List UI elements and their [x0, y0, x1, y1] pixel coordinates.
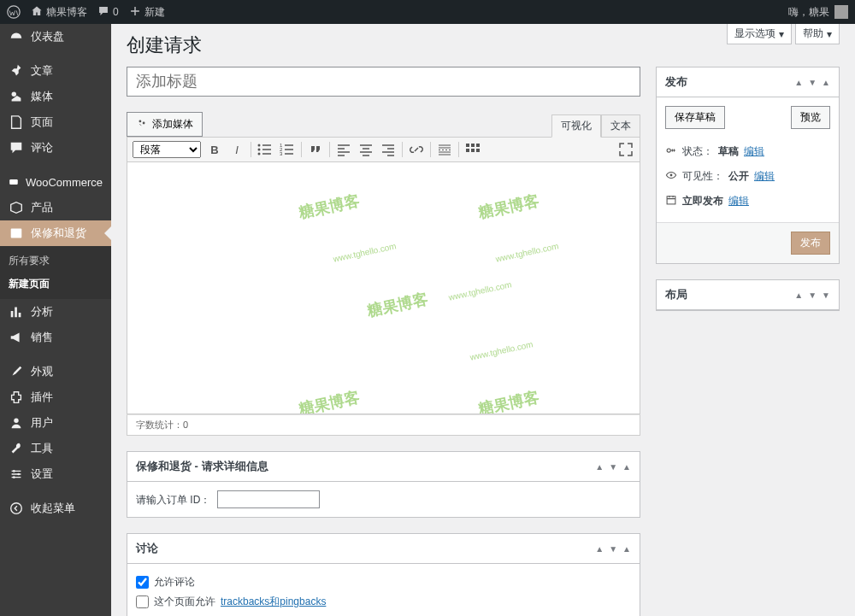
svg-point-10 — [143, 122, 145, 125]
toggle-button[interactable]: ▲ — [622, 462, 631, 472]
toggle-button[interactable]: ▼ — [822, 290, 830, 300]
blockquote-button[interactable] — [307, 141, 324, 158]
sidebar-item-appearance[interactable]: 外观 — [0, 359, 111, 384]
bullet-list-button[interactable] — [256, 141, 274, 158]
edit-status-link[interactable]: 编辑 — [744, 144, 764, 159]
user-icon — [9, 415, 24, 431]
key-icon — [665, 144, 677, 159]
move-down-button[interactable]: ▼ — [609, 544, 617, 554]
add-media-button[interactable]: 添加媒体 — [127, 112, 203, 137]
help-button[interactable]: 帮助 ▾ — [795, 24, 840, 44]
product-icon — [9, 200, 24, 215]
sidebar-item-tools[interactable]: 工具 — [0, 436, 111, 461]
sidebar-item-label: 分析 — [31, 304, 53, 320]
site-home-link[interactable]: 糖果博客 — [31, 5, 87, 20]
move-down-button[interactable]: ▼ — [609, 462, 617, 472]
sidebar-item-warranty[interactable]: 保修和退货 — [0, 220, 111, 246]
bold-button[interactable]: B — [206, 141, 223, 158]
new-link[interactable]: 新建 — [129, 5, 165, 20]
wp-logo[interactable] — [7, 5, 21, 19]
sidebar-item-posts[interactable]: 文章 — [0, 58, 111, 84]
toolbar-toggle-button[interactable] — [464, 141, 481, 158]
svg-rect-18 — [471, 144, 475, 147]
comments-link[interactable]: 0 — [97, 5, 119, 20]
details-postbox: 保修和退货 - 请求详细信息 ▲ ▼ ▲ 请输入订单 ID： — [127, 451, 640, 518]
sidebar-item-products[interactable]: 产品 — [0, 195, 111, 220]
svg-rect-25 — [667, 197, 675, 204]
brush-icon — [9, 364, 24, 379]
svg-rect-2 — [9, 179, 18, 185]
edit-visibility-link[interactable]: 编辑 — [754, 169, 775, 184]
sidebar-item-analytics[interactable]: 分析 — [0, 299, 111, 325]
toggle-button[interactable]: ▲ — [822, 78, 830, 87]
sidebar-item-comments[interactable]: 评论 — [0, 135, 111, 161]
trackbacks-link[interactable]: trackbacks和pingbacks — [221, 595, 326, 609]
svg-rect-20 — [466, 149, 469, 152]
move-down-button[interactable]: ▼ — [808, 290, 817, 300]
discussion-postbox: 讨论 ▲ ▼ ▲ 允许评论 这个页面允许trackbacks和pingbacks — [127, 533, 640, 616]
calendar-icon — [665, 194, 677, 208]
sidebar-item-label: WooCommerce — [26, 176, 103, 189]
edit-schedule-link[interactable]: 编辑 — [728, 194, 749, 208]
sidebar-item-pages[interactable]: 页面 — [0, 109, 111, 135]
svg-point-13 — [258, 153, 261, 155]
sidebar-item-settings[interactable]: 设置 — [0, 461, 111, 487]
align-right-button[interactable] — [380, 141, 397, 158]
toggle-button[interactable]: ▲ — [622, 544, 631, 554]
sidebar-item-label: 设置 — [31, 466, 53, 482]
paragraph-select[interactable]: 段落 — [133, 141, 201, 158]
order-id-input[interactable] — [217, 490, 320, 508]
save-draft-button[interactable]: 保存草稿 — [665, 106, 725, 129]
sidebar-item-collapse[interactable]: 收起菜单 — [0, 496, 111, 521]
post-title-input[interactable] — [127, 67, 640, 97]
svg-rect-22 — [476, 149, 480, 152]
svg-point-1 — [12, 92, 16, 97]
svg-rect-19 — [476, 144, 480, 147]
svg-rect-17 — [466, 144, 469, 147]
move-up-button[interactable]: ▲ — [794, 78, 803, 87]
move-down-button[interactable]: ▼ — [808, 78, 817, 87]
sidebar-item-sales[interactable]: 销售 — [0, 325, 111, 350]
admin-topbar: 糖果博客 0 新建 嗨，糖果 — [0, 0, 855, 24]
preview-button[interactable]: 预览 — [791, 106, 830, 129]
move-up-button[interactable]: ▲ — [595, 544, 604, 554]
submenu-new[interactable]: 新建页面 — [0, 273, 111, 296]
megaphone-icon — [9, 330, 24, 345]
avatar — [834, 5, 848, 19]
sidebar-item-dashboard[interactable]: 仪表盘 — [0, 24, 111, 50]
account-menu[interactable]: 嗨，糖果 — [788, 5, 848, 20]
order-id-label: 请输入订单 ID： — [136, 494, 210, 506]
submenu-all[interactable]: 所有要求 — [0, 249, 111, 273]
allow-pings-prefix: 这个页面允许 — [154, 595, 215, 609]
tab-visual[interactable]: 可视化 — [551, 114, 601, 138]
greeting: 嗨，糖果 — [788, 5, 829, 20]
sidebar-item-media[interactable]: 媒体 — [0, 84, 111, 109]
readmore-button[interactable] — [436, 141, 453, 158]
sidebar-item-label: 用户 — [31, 415, 53, 431]
site-name: 糖果博客 — [46, 5, 87, 20]
chart-icon — [9, 304, 24, 320]
allow-comments-checkbox[interactable] — [136, 576, 149, 589]
publish-button[interactable]: 发布 — [791, 232, 830, 255]
number-list-button[interactable]: 123 — [279, 141, 296, 158]
sidebar-item-plugins[interactable]: 插件 — [0, 384, 111, 410]
schedule-value: 立即发布 — [682, 194, 723, 208]
sidebar-item-label: 工具 — [31, 441, 53, 456]
screen-options-button[interactable]: 显示选项 ▾ — [727, 24, 792, 44]
move-up-button[interactable]: ▲ — [595, 462, 604, 472]
fullscreen-button[interactable] — [617, 141, 634, 158]
svg-point-11 — [258, 144, 261, 147]
link-button[interactable] — [408, 141, 425, 158]
page-icon — [9, 114, 24, 130]
sidebar-item-woocommerce[interactable]: WooCommerce — [0, 169, 111, 195]
editor-content[interactable]: 糖果博客 糖果博客 www.tghello.com www.tghello.co… — [127, 162, 640, 414]
align-center-button[interactable] — [357, 141, 374, 158]
svg-point-5 — [13, 470, 15, 472]
allow-pings-checkbox[interactable] — [136, 595, 149, 608]
align-left-button[interactable] — [335, 141, 352, 158]
italic-button[interactable]: I — [228, 141, 245, 158]
move-up-button[interactable]: ▲ — [794, 290, 803, 300]
tab-text[interactable]: 文本 — [601, 114, 640, 137]
sidebar-item-users[interactable]: 用户 — [0, 410, 111, 436]
layout-postbox: 布局 ▲ ▼ ▼ — [656, 279, 840, 311]
